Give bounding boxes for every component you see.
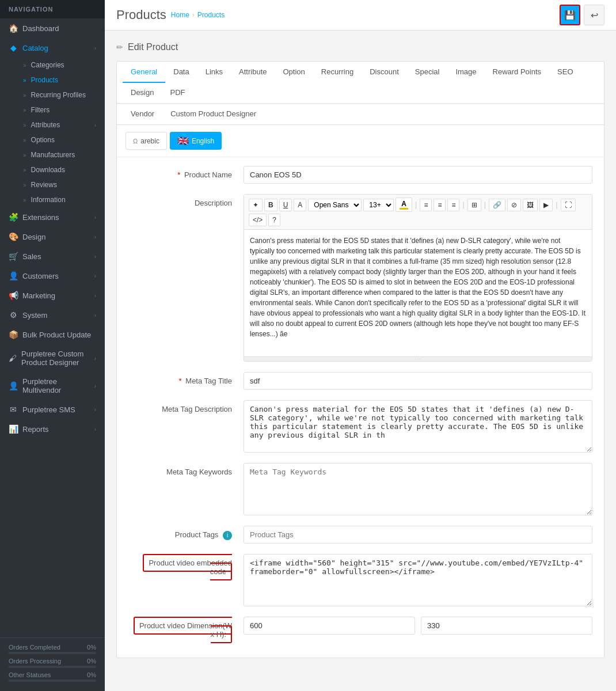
back-icon: ↩ — [591, 10, 598, 21]
sidebar-item-bulk-product[interactable]: 📦 Bulk Product Update — [0, 325, 105, 344]
purpletree-sms-icon: ✉ — [9, 405, 18, 414]
save-icon: 💾 — [564, 10, 576, 21]
tab-attribute[interactable]: Attribute — [231, 62, 275, 83]
sidebar-item-extensions[interactable]: 🧩 Extensions › — [0, 207, 105, 227]
editor-list-ul-btn[interactable]: ≡ — [420, 199, 432, 211]
sidebar-item-customers[interactable]: 👤 Customers › — [0, 266, 105, 286]
tab-general[interactable]: General — [123, 62, 165, 83]
design-icon: 🎨 — [9, 232, 18, 241]
tab-recurring[interactable]: Recurring — [313, 62, 362, 83]
sidebar-item-sales[interactable]: 🛒 Sales › — [0, 246, 105, 266]
product-video-code-input[interactable]: <iframe width="560" height="315" src="//… — [244, 554, 592, 606]
description-label: Description — [128, 194, 244, 207]
editor-font-select[interactable]: Open Sans — [308, 199, 362, 211]
editor-media-btn[interactable]: ▶ — [539, 199, 553, 211]
editor-magic-btn[interactable]: ✦ — [249, 199, 263, 211]
tab-image[interactable]: Image — [447, 62, 484, 83]
sidebar-item-attributes[interactable]: » Attributes › — [17, 117, 105, 132]
sidebar-item-design[interactable]: 🎨 Design › — [0, 227, 105, 246]
editor-underline-btn[interactable]: U — [279, 199, 292, 211]
editor-help-btn[interactable]: ? — [268, 214, 280, 226]
breadcrumb: Home › Products — [171, 11, 225, 19]
sidebar-item-reviews[interactable]: » Reviews — [17, 177, 105, 192]
sidebar-item-marketing[interactable]: 📢 Marketing › — [0, 286, 105, 305]
sidebar-item-catalog[interactable]: ◆ Catalog › — [0, 38, 105, 58]
tab-data[interactable]: Data — [165, 62, 197, 83]
video-width-input[interactable] — [244, 617, 415, 635]
editor-color-btn[interactable]: A — [396, 198, 412, 212]
resize-icon: ⋯ — [415, 356, 421, 362]
catalog-submenu: » Categories » Products » Recurring Prof… — [0, 58, 105, 207]
editor-align-btn[interactable]: ≡ — [447, 199, 459, 211]
editor-source-btn[interactable]: </> — [249, 214, 267, 226]
tab-design[interactable]: Design — [123, 82, 162, 104]
sidebar-item-filters[interactable]: » Filters — [17, 102, 105, 117]
sidebar-item-system[interactable]: ⚙ System › — [0, 305, 105, 325]
product-tags-group: Product Tags i — [128, 526, 592, 544]
editor-unlink-btn[interactable]: ⊘ — [507, 199, 521, 211]
breadcrumb-home[interactable]: Home — [171, 11, 189, 19]
tab-reward-points[interactable]: Reward Points — [485, 62, 550, 83]
sidebar-item-dashboard[interactable]: 🏠 Dashboard — [0, 18, 105, 38]
editor-table-btn[interactable]: ⊞ — [467, 199, 481, 211]
tab-option[interactable]: Option — [275, 62, 313, 83]
sidebar-item-purpletree-multivendor[interactable]: 👤 Purpletree Multivendor › — [0, 372, 105, 400]
lang-tab-english[interactable]: 🇬🇧 English — [170, 132, 222, 150]
sales-icon: 🛒 — [9, 252, 18, 261]
meta-tag-description-label: Meta Tag Description — [128, 400, 244, 413]
sidebar-item-downloads[interactable]: » Downloads — [17, 162, 105, 177]
arrow-icon-a: » — [23, 122, 26, 128]
stat-bar-completed — [9, 652, 96, 654]
tab-links[interactable]: Links — [197, 62, 231, 83]
video-height-input[interactable] — [421, 617, 592, 635]
tabs-row-second: Vendor Custom Product Designer — [117, 104, 604, 125]
meta-tag-description-input[interactable]: Canon's press material for the EOS 5D st… — [244, 400, 592, 453]
tab-custom-product-designer[interactable]: Custom Product Designer — [162, 104, 264, 125]
tab-seo[interactable]: SEO — [549, 62, 581, 83]
editor-size-select[interactable]: 13+ — [363, 199, 394, 211]
arabic-label: arebic — [140, 137, 159, 145]
sidebar-item-categories[interactable]: » Categories — [17, 58, 105, 73]
editor-image-btn[interactable]: 🖼 — [523, 199, 538, 211]
meta-tag-keywords-input[interactable] — [244, 463, 592, 515]
back-button[interactable]: ↩ — [584, 5, 604, 25]
stat-label-processing: Orders Processing — [9, 658, 61, 665]
tab-pdf[interactable]: PDF — [162, 82, 193, 104]
product-name-label: * Product Name — [128, 166, 244, 179]
marketing-icon: 📢 — [9, 291, 18, 300]
extensions-chevron-icon: › — [94, 214, 96, 221]
editor-content[interactable]: Canon's press material for the EOS 5D st… — [244, 230, 592, 356]
purpletree-mv-chevron-icon: › — [94, 383, 96, 389]
sidebar-item-reports[interactable]: 📊 Reports › — [0, 419, 105, 439]
customers-icon: 👤 — [9, 271, 18, 280]
bulk-product-icon: 📦 — [9, 330, 18, 339]
save-button[interactable]: 💾 — [560, 5, 580, 25]
product-tags-info-icon[interactable]: i — [223, 531, 232, 540]
breadcrumb-current[interactable]: Products — [197, 11, 225, 19]
sidebar-item-information[interactable]: » Information — [17, 192, 105, 207]
editor-resize-handle[interactable]: ⋯ — [244, 356, 592, 361]
product-name-input[interactable] — [244, 166, 592, 184]
editor-extra-btn[interactable]: A — [294, 199, 306, 211]
editor-link-btn[interactable]: 🔗 — [489, 199, 505, 211]
toolbar-sep2: | — [462, 200, 464, 209]
editor-fullscreen-btn[interactable]: ⛶ — [561, 199, 576, 211]
editor-bold-btn[interactable]: B — [264, 199, 277, 211]
sidebar-item-manufacturers[interactable]: » Manufacturers — [17, 147, 105, 162]
product-tags-input[interactable] — [244, 526, 592, 544]
tab-discount[interactable]: Discount — [362, 62, 407, 83]
sidebar-item-options[interactable]: » Options — [17, 132, 105, 147]
sidebar-item-products[interactable]: » Products — [17, 73, 105, 88]
stat-value-other: 0% — [87, 671, 96, 678]
sidebar-item-purpletree-sms[interactable]: ✉ Purpletree SMS › — [0, 400, 105, 419]
meta-tag-title-input[interactable] — [244, 372, 592, 390]
sidebar-item-purpletree-custom[interactable]: 🖌 Purpletree Custom Product Designer › — [0, 344, 105, 372]
sidebar-item-recurring-profiles[interactable]: » Recurring Profiles — [17, 88, 105, 102]
purpletree-custom-icon: 🖌 — [9, 354, 17, 363]
tab-vendor[interactable]: Vendor — [123, 104, 162, 125]
tab-special[interactable]: Special — [407, 62, 448, 83]
editor-list-ol-btn[interactable]: ≡ — [434, 199, 446, 211]
meta-tag-title-group: * Meta Tag Title — [128, 372, 592, 390]
lang-tab-arabic[interactable]: Ω arebic — [126, 132, 167, 150]
stat-label-other: Other Statuses — [9, 671, 51, 678]
